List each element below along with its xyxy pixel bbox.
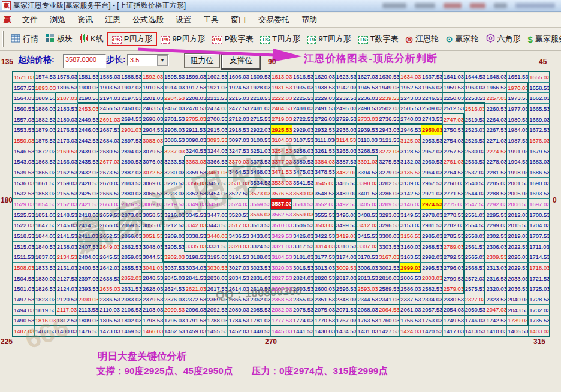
gann-cell[interactable]: 2376.0300 xyxy=(164,294,185,305)
gann-cell[interactable]: 2519.5300 xyxy=(465,114,486,125)
gann-cell[interactable]: 1861.5300 xyxy=(35,178,56,189)
gann-cell[interactable]: 3258.0300 xyxy=(292,146,314,157)
gann-cell[interactable]: 1980.5300 xyxy=(507,114,529,125)
gann-cell[interactable]: 2442.5300 xyxy=(78,135,99,146)
gann-cell[interactable]: 3261.5300 xyxy=(314,146,336,157)
gann-cell[interactable]: 2852.0300 xyxy=(120,273,142,284)
gann-cell[interactable]: 1711.0300 xyxy=(529,242,550,252)
gann-cell[interactable]: 1637.5300 xyxy=(421,72,443,83)
gann-cell[interactable]: 2439.0300 xyxy=(78,146,99,157)
gann-cell[interactable]: 3226.5300 xyxy=(164,178,185,189)
gann-cell[interactable]: 1865.0300 xyxy=(35,167,56,178)
gann-cell[interactable]: 2617.5300 xyxy=(207,284,228,295)
gann-cell[interactable]: 3324.5300 xyxy=(249,242,271,252)
gann-cell[interactable]: 2523.0300 xyxy=(465,125,486,135)
gann-cell[interactable]: 1406.5300 xyxy=(507,326,529,337)
gann-cell[interactable]: 1907.0300 xyxy=(120,83,142,94)
menu-item-8[interactable]: 交易委托 xyxy=(252,13,295,26)
gann-cell[interactable]: 2838.0300 xyxy=(207,273,228,284)
menu-item-5[interactable]: 设置 xyxy=(170,13,197,26)
gann-cell[interactable]: 2278.0300 xyxy=(485,156,507,167)
gann-cell[interactable]: 2008.5300 xyxy=(507,199,529,210)
gann-cell[interactable]: 2110.0300 xyxy=(99,305,120,316)
gann-cell[interactable]: 2460.0300 xyxy=(120,104,142,114)
gann-cell[interactable]: 2358.5300 xyxy=(271,294,292,305)
gann-cell[interactable]: 2799.5300 xyxy=(443,273,465,284)
gann-cell[interactable]: 2309.5300 xyxy=(485,252,507,263)
gann-cell[interactable]: 1770.5300 xyxy=(314,316,336,327)
gann-cell[interactable]: 2950.0300 xyxy=(421,125,443,135)
gann-cell[interactable]: 2082.0300 xyxy=(271,305,292,316)
gann-cell[interactable]: 1427.5300 xyxy=(378,326,400,337)
gann-cell[interactable]: 3520.5300 xyxy=(228,210,249,221)
gann-cell[interactable]: 1518.5300 xyxy=(13,231,35,242)
gann-cell[interactable]: 2974.5300 xyxy=(421,199,443,210)
gann-cell[interactable]: 1889.5300 xyxy=(35,93,56,104)
gann-cell[interactable]: 2372.5300 xyxy=(185,294,207,305)
gann-cell[interactable]: 2313.0300 xyxy=(485,263,507,273)
gann-cell[interactable]: 2607.0300 xyxy=(271,284,292,295)
gann-cell[interactable]: 2456.5300 xyxy=(99,104,120,114)
gann-cell[interactable]: 1875.5300 xyxy=(35,135,56,146)
gann-cell[interactable]: 1917.5300 xyxy=(185,83,207,94)
gann-cell[interactable]: 2106.5300 xyxy=(120,305,142,316)
gann-cell[interactable]: 1473.0300 xyxy=(99,326,120,337)
gann-cell[interactable]: 3345.5300 xyxy=(185,210,207,221)
gann-cell[interactable]: 3587.0300 xyxy=(271,199,292,210)
gann-cell[interactable]: 3492.5300 xyxy=(336,199,357,210)
gann-cell[interactable]: 2274.5300 xyxy=(485,146,507,157)
gann-cell[interactable]: 3356.0300 xyxy=(185,178,207,189)
gann-cell[interactable]: 2264.0300 xyxy=(485,114,507,125)
gann-cell[interactable]: 2365.5300 xyxy=(228,294,249,305)
gann-cell[interactable]: 1718.0300 xyxy=(529,263,550,273)
gann-cell[interactable]: 2512.5300 xyxy=(443,104,465,114)
gann-cell[interactable]: 3111.0300 xyxy=(314,135,336,146)
gann-cell[interactable]: 2239.5300 xyxy=(378,93,400,104)
gann-cell[interactable]: 2285.0300 xyxy=(485,178,507,189)
gann-cell[interactable]: 2033.0300 xyxy=(507,273,529,284)
gann-cell[interactable]: 3286.0300 xyxy=(378,188,400,199)
gann-cell[interactable]: 1623.5300 xyxy=(336,72,357,83)
gann-cell[interactable]: 2099.5300 xyxy=(164,305,185,316)
gann-cell[interactable]: 2880.0300 xyxy=(120,188,142,199)
gann-cell[interactable]: 2131.0300 xyxy=(56,263,78,273)
gann-cell[interactable]: 1504.5300 xyxy=(13,273,35,284)
gann-cell[interactable]: 2652.5300 xyxy=(99,231,120,242)
gann-cell[interactable]: 2817.0300 xyxy=(336,273,357,284)
gann-cell[interactable]: 3468.0300 xyxy=(249,167,271,178)
gann-cell[interactable]: 3125.0300 xyxy=(400,135,421,146)
gann-cell[interactable]: 2271.0300 xyxy=(485,135,507,146)
gann-cell[interactable]: 1413.5300 xyxy=(465,326,486,337)
gann-cell[interactable]: 2495.0300 xyxy=(336,104,357,114)
gann-cell[interactable]: 3251.0300 xyxy=(249,146,271,157)
gann-cell[interactable]: 3062.0300 xyxy=(142,199,164,210)
gann-cell[interactable]: 1693.5300 xyxy=(529,188,550,199)
gann-cell[interactable]: 2292.0300 xyxy=(485,199,507,210)
gann-cell[interactable]: 1767.0300 xyxy=(336,316,357,327)
gann-cell[interactable]: 1553.5300 xyxy=(13,125,35,135)
gann-cell[interactable]: 2225.5300 xyxy=(292,93,314,104)
gann-cell[interactable]: 2477.5300 xyxy=(228,104,249,114)
gann-cell[interactable]: 3072.5300 xyxy=(142,167,164,178)
gann-cell[interactable]: 3335.0300 xyxy=(185,242,207,252)
gann-cell[interactable]: 2057.5300 xyxy=(421,305,443,316)
gann-cell[interactable]: 2379.5300 xyxy=(142,294,164,305)
gann-cell[interactable]: 1431.0300 xyxy=(357,326,378,337)
gann-cell[interactable]: 3030.5300 xyxy=(207,263,228,273)
gann-cell[interactable]: 2953.5300 xyxy=(421,135,443,146)
gann-cell[interactable]: 2663.0300 xyxy=(99,199,120,210)
gann-cell[interactable]: 3216.0300 xyxy=(164,210,185,221)
gann-cell[interactable]: 3349.0300 xyxy=(185,199,207,210)
menu-item-1[interactable]: 浏览 xyxy=(44,13,71,26)
toolbar-item-T数字表[interactable]: TNT数字表 xyxy=(355,32,402,46)
gann-cell[interactable]: 2022.5300 xyxy=(507,242,529,252)
gann-cell[interactable]: 2176.5300 xyxy=(56,125,78,135)
gann-cell[interactable]: 2012.0300 xyxy=(507,210,529,221)
gann-cell[interactable]: 2558.0300 xyxy=(465,231,486,242)
gann-cell[interactable]: 2785.5300 xyxy=(443,231,465,242)
gann-cell[interactable]: 3149.5300 xyxy=(400,210,421,221)
gann-cell[interactable]: 2162.5300 xyxy=(56,167,78,178)
gann-cell[interactable]: 2897.5300 xyxy=(120,135,142,146)
gann-cell[interactable]: 1945.5300 xyxy=(357,83,378,94)
gann-cell[interactable]: 3181.0300 xyxy=(292,252,314,263)
